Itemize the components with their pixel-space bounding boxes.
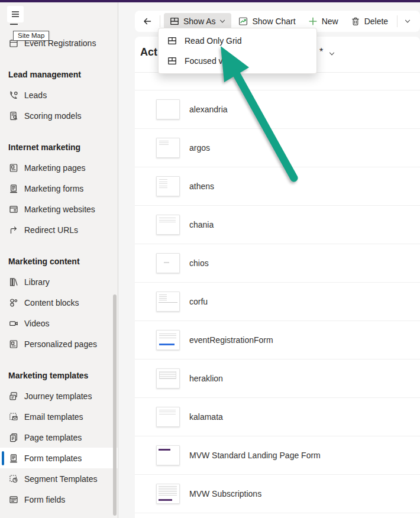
sidebar-item-label: Email templates <box>24 412 83 422</box>
template-thumbnail <box>156 253 180 273</box>
sidebar-item-marketing-forms[interactable]: Marketing forms <box>0 178 118 199</box>
sidebar-item-journey-templates[interactable]: Journey templates <box>0 386 118 406</box>
sidebar-item-label: Journey templates <box>24 391 92 401</box>
pages-icon <box>8 432 19 443</box>
template-name: argos <box>189 143 210 153</box>
template-name: kalamata <box>189 412 223 422</box>
template-thumbnail <box>156 292 180 312</box>
sidebar-item-label: Redirect URLs <box>24 225 78 235</box>
new-label: New <box>322 17 338 26</box>
template-row[interactable]: eventRegistrationForm <box>135 321 420 360</box>
view-title: Act <box>140 46 157 59</box>
menu-item-label: Focused view <box>185 56 235 66</box>
sidebar-item-personalized-pages[interactable]: Personalized pages <box>0 334 118 354</box>
sitemap-tooltip: Site Map <box>13 31 49 41</box>
grid-header-strip <box>135 73 420 90</box>
email-dotted-icon <box>8 412 19 422</box>
sidebar-item-label: Library <box>24 277 50 287</box>
menu-item-read-only-grid[interactable]: Read Only Grid <box>159 31 316 51</box>
shapes-icon <box>8 297 19 308</box>
sidebar-item-videos[interactable]: Videos <box>0 313 118 334</box>
view-selector-chevron-icon[interactable] <box>328 50 335 57</box>
sidebar-item-form-fields[interactable]: Form fields <box>0 489 118 510</box>
sidebar-item-form-templates[interactable]: Form templates <box>0 448 118 468</box>
sidebar-item-label: Form fields <box>24 495 65 504</box>
template-name: MVW Subscriptions <box>189 489 261 498</box>
sidebar-item-label: Page templates <box>24 433 82 442</box>
browser-icon <box>8 204 19 215</box>
sidebar-item-content-blocks[interactable]: Content blocks <box>0 292 118 313</box>
template-list: alexandriaargosathenschaniachioscorfueve… <box>135 90 420 513</box>
sidebar-item-label: Marketing templates <box>8 371 88 380</box>
sidebar-item-label: Segment Templates <box>24 474 97 484</box>
sidebar-scrollbar[interactable] <box>113 294 117 516</box>
sidebar-item-label: Scoring models <box>24 111 82 121</box>
template-name: alexandria <box>189 105 228 114</box>
show-as-menu: Read Only GridFocused view <box>158 28 317 74</box>
back-button[interactable] <box>138 13 156 30</box>
sidebar-item-marketing-pages[interactable]: Marketing pages <box>0 157 118 178</box>
sidebar-section-header: Marketing content <box>0 251 118 271</box>
template-thumbnail <box>156 99 180 119</box>
template-name: athens <box>189 182 214 191</box>
view-title-unsaved-asterisk: * <box>319 47 323 57</box>
template-name: chios <box>189 258 209 268</box>
page-icon <box>8 163 19 173</box>
template-thumbnail <box>156 176 180 196</box>
sidebar-item-redirect-urls[interactable]: Redirect URLs <box>0 219 118 240</box>
sidebar-item-library[interactable]: Library <box>0 271 118 292</box>
sidebar-item-label: Leads <box>24 90 47 100</box>
sidebar-item-segment-templates[interactable]: Segment Templates <box>0 468 118 489</box>
sitemap-toggle-button[interactable] <box>7 6 24 22</box>
sidebar-item-email-templates[interactable]: Email templates <box>0 406 118 427</box>
sidebar-section-header: Marketing templates <box>0 365 118 386</box>
sidebar-nav: Event RegistrationsLead managementLeadsS… <box>0 33 118 510</box>
chart-icon <box>238 16 248 27</box>
hamburger-icon <box>10 9 21 20</box>
sidebar-section-header: Lead management <box>0 64 118 85</box>
template-row[interactable]: alexandria <box>135 90 420 129</box>
sidebar-item-page-templates[interactable]: Page templates <box>0 427 118 448</box>
template-row[interactable]: MVW Subscriptions <box>135 475 420 513</box>
template-row[interactable]: argos <box>135 129 420 167</box>
more-commands-button[interactable] <box>401 13 414 30</box>
grid-icon <box>167 56 177 66</box>
show-as-label: Show As <box>183 17 215 26</box>
new-button[interactable]: New <box>302 13 344 30</box>
template-name: corfu <box>189 297 208 306</box>
sidebar-item-marketing-websites[interactable]: Marketing websites <box>0 199 118 219</box>
menu-item-focused-view[interactable]: Focused view <box>159 51 316 71</box>
app-window: Site Map Event RegistrationsLead managem… <box>0 0 420 518</box>
template-thumbnail <box>156 330 180 350</box>
show-chart-button[interactable]: Show Chart <box>232 13 301 30</box>
redirect-arrow-icon <box>8 225 19 235</box>
sidebar-item-leads[interactable]: Leads <box>0 85 118 105</box>
browser-lines-icon <box>8 494 19 505</box>
form-icon <box>8 183 19 194</box>
sidebar-item-label: Marketing websites <box>24 205 95 214</box>
template-thumbnail <box>156 484 180 504</box>
template-row[interactable]: corfu <box>135 283 420 321</box>
template-row[interactable]: athens <box>135 167 420 206</box>
sidebar-section-header: Internet marketing <box>0 137 118 157</box>
sidebar-item-scoring-models[interactable]: Scoring models <box>0 105 118 126</box>
sidebar-item-label: Marketing content <box>8 257 80 266</box>
grid-icon <box>167 35 177 46</box>
chevron-down-icon <box>219 18 226 25</box>
delete-button[interactable]: Delete <box>345 13 393 30</box>
template-row[interactable]: MVW Standard Landing Page Form <box>135 436 420 475</box>
sidebar-item-label: Marketing forms <box>24 184 83 193</box>
template-row[interactable]: chios <box>135 244 420 283</box>
template-row[interactable]: kalamata <box>135 398 420 436</box>
template-thumbnail <box>156 138 180 158</box>
sidebar-item-label: Videos <box>24 319 50 328</box>
template-thumbnail <box>156 368 180 388</box>
sitemap-sidebar: Site Map Event RegistrationsLead managem… <box>0 2 118 518</box>
grid-view-panel: Act * alexandriaargosathenschaniachiosco… <box>135 37 420 518</box>
template-row[interactable]: chania <box>135 206 420 244</box>
tooltip-text: Site Map <box>18 32 44 39</box>
phone-gear-icon <box>8 90 19 101</box>
show-as-button[interactable]: Show As <box>164 13 231 30</box>
template-row[interactable]: heraklion <box>135 360 420 398</box>
toolbar-divider <box>160 15 160 27</box>
